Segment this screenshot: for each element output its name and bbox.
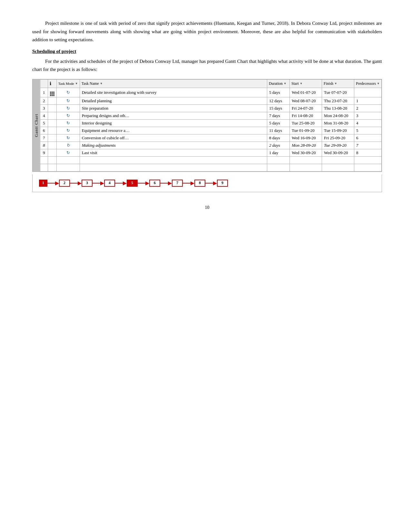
row-num-cell: 8 [40,142,48,149]
th-predecessors[interactable]: Predecessors ▼ [354,79,382,88]
start-cell: Wed 01-07-20 [290,88,322,97]
task-name-cell: Interior designing [80,119,267,127]
duration-cell: 7 days [267,112,290,119]
pred-cell: 1 [354,97,382,104]
bar-box: 5 [127,180,138,187]
task-name-cell: Detailed planning [80,97,267,104]
bar-box: 6 [149,180,160,187]
table-row: 8↻Making adjustments2 daysMon 28-09-20Tu… [40,142,381,149]
row-icon-cell [48,112,56,119]
th-info: ℹ [48,79,56,88]
grid-icon [50,92,54,96]
arrow-icon: ▶ [213,181,217,186]
start-sort-icon: ▼ [300,82,303,85]
start-cell: Tue 01-09-20 [290,127,322,134]
th-task-name[interactable]: Task Name ▼ [80,79,267,88]
bar-connector: ▶ [160,181,172,186]
empty-cell [290,156,322,164]
finish-cell: Mon 31-08-20 [322,119,354,127]
th-start-label: Start [291,81,299,86]
finish-cell: Tue 15-09-20 [322,127,354,134]
th-duration[interactable]: Duration ▼ [267,79,290,88]
finish-cell: Tue 29-09-20 [322,142,354,149]
table-row: 1↻Detailed site investigation along with… [40,88,381,97]
duration-cell: 8 days [267,134,290,142]
finish-cell: Thu 23-07-20 [322,97,354,104]
task-mode-icon: ↻ [66,128,70,133]
arrow-icon: ▶ [123,181,127,186]
bar-connector: ▶ [93,181,104,186]
empty-cell [80,156,267,164]
bar-connector: ▶ [138,181,149,186]
arrow-icon: ▶ [145,181,149,186]
gantt-sidebar-label: Gantt Chart [33,79,40,172]
row-num-cell: 6 [40,127,48,134]
arrow-icon: ▶ [100,181,104,186]
arrow-icon: ▶ [78,181,82,186]
bar-box: 2 [59,180,70,187]
row-num-cell: 4 [40,112,48,119]
th-pred-inner: Predecessors ▼ [356,81,380,86]
pred-cell: 4 [354,119,382,127]
th-start[interactable]: Start ▼ [290,79,322,88]
pred-cell: 8 [354,149,382,156]
bar-connector: ▶ [47,181,59,186]
th-finish[interactable]: Finish ▼ [322,79,354,88]
empty-cell [80,164,267,171]
finish-cell: Thu 13-08-20 [322,104,354,112]
empty-cell [322,156,354,164]
empty-cell [40,156,48,164]
empty-cell [56,156,80,164]
row-icon-cell [48,88,56,97]
task-mode-cell: ↻ [56,149,80,156]
bar-box: 8 [194,180,205,187]
finish-sort-icon: ▼ [334,82,337,85]
start-cell: Mon 28-09-20 [290,142,322,149]
duration-cell: 11 days [267,127,290,134]
empty-cell [48,164,56,171]
pred-cell: 6 [354,134,382,142]
gantt-table: ℹ Task Mode ▼ Task Name ▼ [40,79,382,172]
empty-cell [48,156,56,164]
task-mode-icon: ↻ [66,121,70,125]
pred-cell: 3 [354,112,382,119]
table-row: 3↻Site preparation15 daysFri 24-07-20Thu… [40,104,381,112]
empty-cell [40,164,48,171]
connector-line [115,183,123,183]
empty-cell [267,156,290,164]
th-finish-inner: Finish ▼ [324,81,352,86]
th-duration-inner: Duration ▼ [269,81,288,86]
connector-line [183,183,191,183]
connector-line [47,183,55,183]
row-num-cell: 2 [40,97,48,104]
th-num [40,79,48,88]
page-number: 10 [32,205,382,210]
section-heading: Scheduling of project [32,49,382,54]
connector-line [160,183,168,183]
task-name-cell: Conversion of cubicle off… [80,134,267,142]
task-mode-icon: ↻ [66,143,70,148]
empty-cell [354,156,382,164]
task-mode-cell: ↻ [56,127,80,134]
start-cell: Wed 16-09-20 [290,134,322,142]
task-mode-cell: ↻ [56,119,80,127]
pred-cell: 7 [354,142,382,149]
task-name-cell: Making adjustments [80,142,267,149]
pred-sort-icon: ▼ [377,82,380,85]
duration-cell: 2 days [267,142,290,149]
row-num-cell: 3 [40,104,48,112]
pred-cell [354,88,382,97]
row-num-cell: 7 [40,134,48,142]
connector-line [138,183,146,183]
th-task-mode[interactable]: Task Mode ▼ [56,79,80,88]
row-icon-cell [48,134,56,142]
task-mode-icon: ↻ [66,113,70,118]
task-mode-cell: ↻ [56,104,80,112]
connector-line [70,183,78,183]
task-mode-icon: ↻ [66,106,70,111]
task-name-cell: Site preparation [80,104,267,112]
connector-line [93,183,101,183]
task-mode-cell: ↻ [56,97,80,104]
empty-cell [322,164,354,171]
task-mode-icon: ↻ [66,135,70,140]
